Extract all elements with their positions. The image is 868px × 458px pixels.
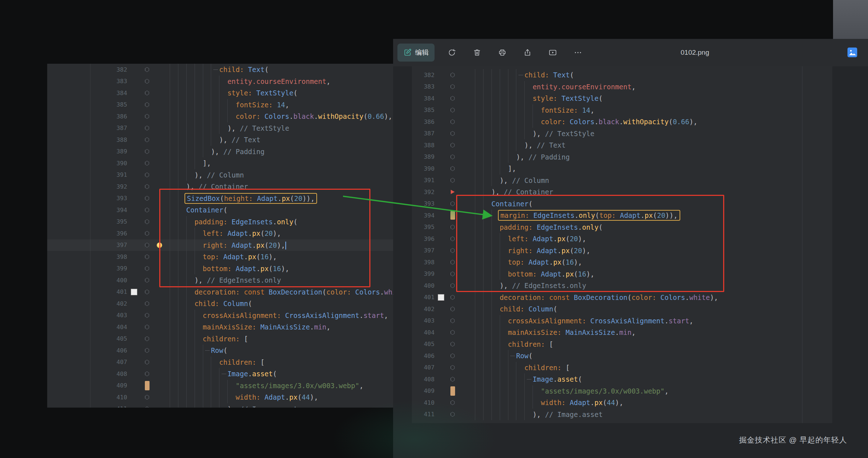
code-line-402[interactable]: 402child: Column( — [47, 298, 400, 310]
code-line-397[interactable]: 397right: Adapt.px(20), — [47, 239, 400, 251]
code-line-389[interactable]: 389), // Padding — [47, 146, 400, 158]
code-line-382[interactable]: 382child: Text( — [47, 64, 400, 76]
token: ], — [203, 159, 211, 167]
token — [261, 393, 264, 401]
edit-button[interactable]: 编辑 — [397, 44, 435, 62]
token: EdgeInsets — [537, 223, 578, 231]
fold-marker-icon — [145, 90, 149, 95]
gutter-fold-slot — [141, 289, 153, 295]
code-text: padding: EdgeInsets.only( — [458, 221, 832, 233]
token: ), — [273, 229, 281, 237]
code-line-403[interactable]: 403crossAxisAlignment: CrossAxisAlignmen… — [47, 310, 400, 322]
code-text: child: Column( — [153, 298, 400, 310]
token: // Column — [512, 176, 549, 184]
fold-marker-icon — [450, 377, 455, 382]
gutter-fold-slot — [141, 126, 153, 131]
token: ( — [598, 223, 602, 231]
text-caret — [285, 242, 286, 250]
code-line-401[interactable]: 401decoration: const BoxDecoration(color… — [47, 286, 400, 298]
line-number: 407 — [47, 359, 127, 365]
code-line-394[interactable]: 394Container( — [47, 204, 400, 216]
code-line-385[interactable]: 385fontSize: 14, — [47, 99, 400, 111]
fold-marker-icon — [145, 196, 149, 201]
code-line-395[interactable]: 395padding: EdgeInsets.only( — [47, 216, 400, 228]
token: "assets/images/3.0x/w003.webp" — [236, 382, 359, 390]
code-text: fontSize: 14, — [458, 104, 832, 116]
line-number: 399 — [412, 270, 435, 277]
share-button[interactable] — [520, 45, 535, 60]
code-line-407[interactable]: 407children: [ — [47, 356, 400, 368]
code-line-408[interactable]: 408Image.asset( — [47, 368, 400, 380]
code-line-411: 411), // Image.asset — [412, 409, 832, 421]
code-line-405[interactable]: 405children: [ — [47, 333, 400, 345]
code-line-383: 383entity.courseEnvironment, — [412, 81, 832, 93]
code-line-390[interactable]: 390], — [47, 157, 400, 169]
code-line-400[interactable]: 400), // EdgeInsets.only — [47, 274, 400, 286]
token — [253, 194, 257, 202]
fold-marker-icon — [450, 225, 455, 230]
token: padding: — [500, 223, 533, 231]
token: ( — [223, 346, 227, 354]
code-line-392[interactable]: 392), // Container — [47, 181, 400, 193]
token — [508, 176, 512, 184]
video-button[interactable] — [545, 45, 561, 60]
token: ( — [561, 258, 565, 266]
more-button[interactable] — [570, 45, 586, 60]
indent-guides — [170, 286, 195, 298]
code-line-384[interactable]: 384style: TextStyle( — [47, 87, 400, 99]
code-line-409[interactable]: 409"assets/images/3.0x/w003.webp", — [47, 380, 400, 392]
code-line-399[interactable]: 399bottom: Adapt.px(16), — [47, 263, 400, 275]
code-line-404[interactable]: 404mainAxisSize: MainAxisSize.min, — [47, 321, 400, 333]
token: ), — [186, 183, 195, 190]
token — [219, 148, 223, 156]
code-line-386[interactable]: 386color: Colors.black.withOpacity(0.66)… — [47, 111, 400, 122]
fold-marker-icon — [145, 231, 149, 236]
token: ( — [223, 206, 227, 214]
code-text: mainAxisSize: MainAxisSize.min, — [153, 321, 400, 333]
code-text: children: [ — [458, 338, 832, 350]
code-line-387[interactable]: 387), // TextStyle — [47, 122, 400, 134]
token — [537, 270, 541, 278]
code-line-391[interactable]: 391), // Column — [47, 169, 400, 181]
token: Container — [491, 200, 529, 208]
code-line-396[interactable]: 396left: Adapt.px(20), — [47, 228, 400, 239]
code-line-406[interactable]: 406Row( — [47, 345, 400, 356]
token — [219, 253, 223, 261]
print-button[interactable] — [494, 45, 510, 60]
code-line-382: 382child: Text( — [412, 69, 832, 81]
code-line-410[interactable]: 410width: Adapt.px(44), — [47, 391, 400, 403]
token: only — [277, 218, 293, 226]
token: ( — [290, 194, 294, 202]
indent-guides — [475, 303, 500, 315]
token: // TextStyle — [240, 124, 289, 132]
token: ( — [603, 399, 607, 407]
token: // Padding — [223, 148, 264, 156]
token: asset — [557, 375, 578, 383]
code-line-398[interactable]: 398top: Adapt.px(16), — [47, 251, 400, 263]
delete-button[interactable] — [469, 45, 485, 60]
indent-guides — [170, 111, 236, 122]
rotate-button[interactable] — [444, 45, 460, 60]
token: ( — [598, 94, 602, 102]
line-number: 385 — [412, 107, 435, 113]
token: ), — [277, 241, 285, 249]
code-line-397: 397right: Adapt.px(20), — [412, 245, 832, 257]
code-line-411[interactable]: 411), // Image.asset — [47, 403, 400, 408]
token: // Container — [199, 183, 248, 190]
code-line-383[interactable]: 383entity.courseEnvironment, — [47, 76, 400, 87]
token: . — [549, 258, 553, 266]
token: color: — [326, 288, 351, 296]
image-thumbnail-icon[interactable] — [847, 48, 857, 57]
indent-guides — [475, 327, 508, 338]
gutter-fold-slot — [141, 161, 153, 166]
gutter-fold-slot — [141, 301, 153, 306]
line-number: 411 — [412, 411, 435, 418]
code-line-403: 403crossAxisAlignment: CrossAxisAlignmen… — [412, 315, 832, 327]
token: padding: — [195, 218, 228, 226]
gutter-fold-slot — [447, 190, 458, 194]
code-line-393[interactable]: 393SizedBox(height: Adapt.px(20)), — [47, 193, 400, 205]
code-line-396: 396left: Adapt.px(20), — [412, 233, 832, 245]
token: child: — [500, 305, 525, 313]
code-line-388[interactable]: 388), // Text — [47, 134, 400, 146]
code-text: bottom: Adapt.px(16), — [153, 263, 400, 275]
